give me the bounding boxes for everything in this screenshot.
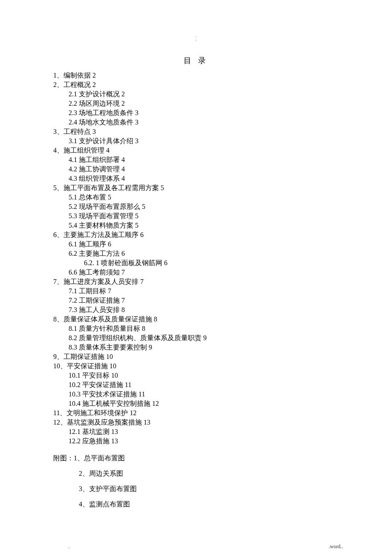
toc-entry: 8.2 质量管理组织机构、质量体系及质量职责 9 xyxy=(69,333,339,343)
toc-entry: 4.2 施工协调管理 4 xyxy=(69,165,339,174)
toc-entry: 11、文明施工和环境保护 12 xyxy=(53,408,339,418)
toc-entry: 12.2 应急措施 13 xyxy=(69,436,339,446)
toc-entry: 2.4 场地水文地质条件 3 xyxy=(69,118,339,127)
toc-entry: 3.1 支护设计具体介绍 3 xyxy=(69,136,339,146)
toc-entry: 10.1 平安目标 10 xyxy=(69,371,339,380)
toc-entry: 5.3 现场平面布置管理 5 xyxy=(69,211,339,221)
toc-entry: 10.4 施工机械平安控制措施 12 xyxy=(69,399,339,408)
toc-entry: 8.3 质量体系主要要素控制 9 xyxy=(69,343,339,352)
toc-entry: 6、主要施工方法及施工顺序 6 xyxy=(53,230,339,240)
appendix-lead: 附图：1、总平面布置图 xyxy=(53,454,339,463)
toc-entry: 3、工程特点 3 xyxy=(53,127,339,136)
toc-entry: 4.3 组织管理体系 4 xyxy=(69,174,339,183)
toc-entry: 8、质量保证体系及质量保证措施 8 xyxy=(53,315,339,324)
document-page: 目 录 1、编制依据 22、工程概况 22.1 支护设计概况 22.2 场区周边… xyxy=(0,0,392,509)
toc-entry: 9、工期保证措施 10 xyxy=(53,352,339,361)
page-title: 目 录 xyxy=(53,55,339,66)
table-of-contents: 1、编制依据 22、工程概况 22.1 支护设计概况 22.2 场区周边环境 2… xyxy=(53,71,339,446)
toc-entry: 10、平安保证措施 10 xyxy=(53,361,339,371)
toc-entry: 7.1 工期目标 7 xyxy=(69,286,339,296)
toc-entry: 8.1 质量方针和质量目标 8 xyxy=(69,324,339,333)
toc-entry: 10.3 平安技术保证措施 11 xyxy=(69,390,339,399)
toc-entry: 2.1 支护设计概况 2 xyxy=(69,90,339,99)
toc-entry: 12.1 基坑监测 13 xyxy=(69,427,339,436)
footer-left: . xyxy=(68,543,69,550)
appendix-item: 3、支护平面布置图 xyxy=(79,484,339,494)
toc-entry: 5.2 现场平面布置原那么 5 xyxy=(69,202,339,211)
toc-entry: 6.2 主要施工方法 6 xyxy=(69,249,339,258)
footer-right: .word.. xyxy=(329,543,343,550)
toc-entry: 5、施工平面布置及各工程需用方案 5 xyxy=(53,183,339,193)
toc-entry: 2、工程概况 2 xyxy=(53,80,339,90)
toc-entry: 7.3 施工人员安排 8 xyxy=(69,305,339,315)
header-marker: .. xyxy=(196,34,197,41)
toc-entry: 2.2 场区周边环境 2 xyxy=(69,99,339,108)
toc-entry: 7.2 工期保证措施 7 xyxy=(69,296,339,305)
toc-entry: 10.2 平安保证措施 11 xyxy=(69,380,339,390)
toc-entry: 1、编制依据 2 xyxy=(53,71,339,80)
toc-entry: 6.1 施工顺序 6 xyxy=(69,240,339,249)
appendix-block: 附图：1、总平面布置图 2、周边关系图3、支护平面布置图4、监测点布置图 xyxy=(53,454,339,509)
toc-entry: 6.6 施工考前须知 7 xyxy=(69,268,339,277)
toc-entry: 4、施工组织管理 4 xyxy=(53,146,339,155)
toc-entry: 12、基坑监测及应急预案措施 13 xyxy=(53,418,339,427)
toc-entry: 6.2. 1 喷射砼面板及钢筋网 6 xyxy=(84,258,339,268)
appendix-item: 2、周边关系图 xyxy=(79,469,339,478)
toc-entry: 4.1 施工组织部署 4 xyxy=(69,155,339,165)
toc-entry: 5.4 主要材料物质方案 5 xyxy=(69,221,339,230)
toc-entry: 7、施工进度方案及人员安排 7 xyxy=(53,277,339,286)
appendix-item: 4、监测点布置图 xyxy=(79,500,339,509)
toc-entry: 5.1 总体布置 5 xyxy=(69,193,339,202)
toc-entry: 2.3 场地工程地质条件 3 xyxy=(69,108,339,118)
